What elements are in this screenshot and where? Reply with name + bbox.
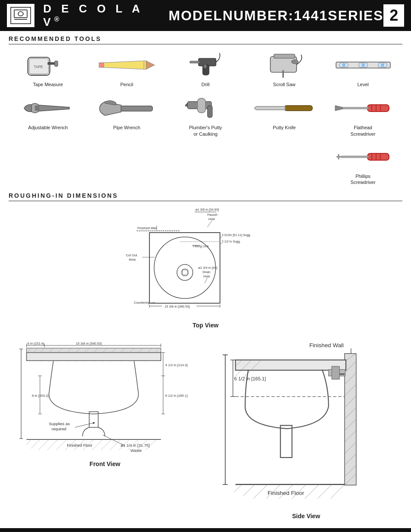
svg-text:Waste: Waste	[131, 448, 142, 453]
svg-text:Countertop: Countertop	[134, 301, 150, 305]
front-view-svg: 34 in Suggested	[9, 336, 201, 457]
flathead-screwdriver-icon	[333, 93, 393, 123]
svg-text:6 in [152.4]: 6 in [152.4]	[28, 342, 44, 345]
svg-rect-104	[27, 352, 161, 361]
roughing-in-title: ROUGHING-IN DIMENSIONS	[9, 192, 402, 201]
putty-knife-label: Putty Knife	[273, 124, 296, 131]
svg-rect-17	[270, 56, 296, 72]
pencil-icon	[99, 50, 155, 80]
svg-text:ø1 3/4 in [44]: ø1 3/4 in [44]	[198, 266, 217, 270]
svg-text:Drain: Drain	[202, 271, 210, 274]
svg-rect-7	[55, 61, 58, 66]
svg-line-132	[27, 439, 31, 445]
top-view-area: ø1 3/8 in [34.93] Faucet Hole Finished W…	[9, 205, 402, 328]
svg-line-190	[330, 485, 345, 499]
level-icon	[335, 50, 391, 80]
svg-rect-28	[35, 106, 39, 111]
brand-name: D E C O L A V®	[43, 2, 158, 29]
svg-point-27	[381, 64, 384, 66]
svg-text:15 3/8 in [390.53]: 15 3/8 in [390.53]	[165, 305, 190, 308]
scroll-saw-icon	[258, 50, 310, 80]
svg-point-25	[362, 64, 364, 66]
svg-rect-15	[190, 61, 199, 63]
svg-rect-12	[100, 63, 104, 67]
pipe-wrench-label: Pipe Wrench	[113, 124, 140, 131]
front-view-label: Front View	[9, 460, 201, 467]
svg-text:ø1 3/8 in [34.93]: ø1 3/8 in [34.93]	[195, 208, 219, 212]
tape-measure-icon: TAPE	[24, 50, 72, 80]
svg-rect-18	[274, 54, 295, 58]
svg-text:Cut Out: Cut Out	[126, 253, 137, 257]
svg-point-127	[93, 422, 94, 424]
drill-icon	[184, 50, 227, 80]
svg-text:Hole: Hole	[209, 217, 215, 221]
plumbers-putty-icon	[184, 93, 227, 123]
model-number: MODELNUMBER:1441SERIES	[168, 8, 383, 24]
svg-text:Finished Wall: Finished Wall	[309, 342, 344, 348]
svg-line-136	[56, 439, 67, 450]
level-label: Level	[357, 81, 368, 87]
svg-rect-150	[345, 354, 356, 485]
bottom-diagrams: 34 in Suggested	[9, 336, 402, 520]
svg-marker-34	[254, 106, 285, 110]
svg-line-133	[31, 439, 40, 448]
svg-line-126	[75, 423, 94, 427]
svg-text:Supplies as: Supplies as	[49, 422, 70, 426]
tool-scroll-saw: Scroll Saw	[245, 49, 324, 89]
svg-text:6 1/2 in [165.1]: 6 1/2 in [165.1]	[234, 376, 266, 381]
svg-line-134	[38, 439, 49, 450]
top-view-container: ø1 3/8 in [34.93] Faucet Hole Finished W…	[115, 205, 296, 328]
svg-line-182	[234, 485, 242, 492]
tool-drill: Drill	[166, 49, 245, 89]
tool-putty-knife: Putty Knife	[245, 92, 324, 139]
svg-text:Finished Floor: Finished Floor	[268, 489, 304, 496]
tools-grid-row2: Adjustable Wrench Pipe Wrench	[9, 92, 402, 187]
svg-rect-16	[204, 64, 207, 68]
svg-point-20	[291, 59, 298, 64]
svg-line-184	[253, 485, 268, 499]
svg-text:Area: Area	[129, 258, 136, 261]
footer: Customer Service: 561-274-2110 www.decol…	[0, 528, 411, 532]
side-view-svg: Finished Wall	[210, 336, 402, 509]
drill-label: Drill	[202, 81, 210, 87]
svg-text:2.012in [51.11]  Sugg.: 2.012in [51.11] Sugg.	[222, 234, 251, 237]
page-number: 2	[383, 4, 404, 27]
svg-text:4 1/2 in [114.3]: 4 1/2 in [114.3]	[165, 363, 187, 367]
tape-measure-label: Tape Measure	[33, 81, 63, 87]
tool-adjustable-wrench: Adjustable Wrench	[9, 92, 87, 139]
svg-rect-31	[197, 98, 206, 112]
svg-rect-167	[280, 425, 292, 457]
svg-text:required: required	[52, 427, 66, 431]
tools-section-title: RECOMMENDED TOOLS	[9, 35, 402, 44]
svg-rect-36	[342, 107, 368, 109]
roughing-in-section: ROUGHING-IN DIMENSIONS ø1 3/8 in [34.93]…	[9, 192, 402, 520]
tool-pipe-wrench: Pipe Wrench	[87, 92, 166, 139]
svg-rect-32	[208, 106, 212, 118]
svg-line-69	[205, 278, 207, 283]
svg-line-189	[318, 485, 332, 499]
adjustable-wrench-label: Adjustable Wrench	[28, 124, 68, 131]
svg-text:ø1 1/4 in [31.75]: ø1 1/4 in [31.75]	[121, 443, 150, 448]
top-view-svg: ø1 3/8 in [34.93] Faucet Hole Finished W…	[115, 205, 296, 317]
svg-text:TAPE: TAPE	[34, 65, 44, 69]
svg-text:15 3/8 in [390.53]: 15 3/8 in [390.53]	[76, 342, 102, 345]
svg-text:Finished Wall: Finished Wall	[137, 226, 157, 230]
svg-rect-33	[284, 106, 312, 111]
tool-pencil: Pencil	[87, 49, 166, 89]
tool-flathead-screwdriver: FlatheadScrewdriver	[324, 92, 402, 139]
svg-line-183	[243, 485, 255, 496]
svg-rect-35	[367, 105, 389, 112]
svg-text:Faucet: Faucet	[207, 213, 218, 217]
svg-text:2 1/2 in  Sugg.: 2 1/2 in Sugg.	[222, 240, 241, 243]
side-view-label: Side View	[210, 513, 402, 520]
tool-tape-measure: TAPE Tape Measure	[9, 49, 87, 89]
svg-rect-42	[342, 156, 368, 158]
tools-grid-row1: TAPE Tape Measure Pencil	[9, 49, 402, 89]
phillips-screwdriver-icon	[333, 142, 393, 171]
svg-line-135	[47, 439, 58, 450]
adjustable-wrench-icon	[22, 93, 74, 123]
svg-rect-19	[283, 70, 283, 77]
putty-knife-icon	[254, 93, 314, 123]
plumbers-putty-label: Plumber's Putty or Caulking	[189, 124, 222, 137]
pipe-wrench-icon	[99, 93, 155, 123]
